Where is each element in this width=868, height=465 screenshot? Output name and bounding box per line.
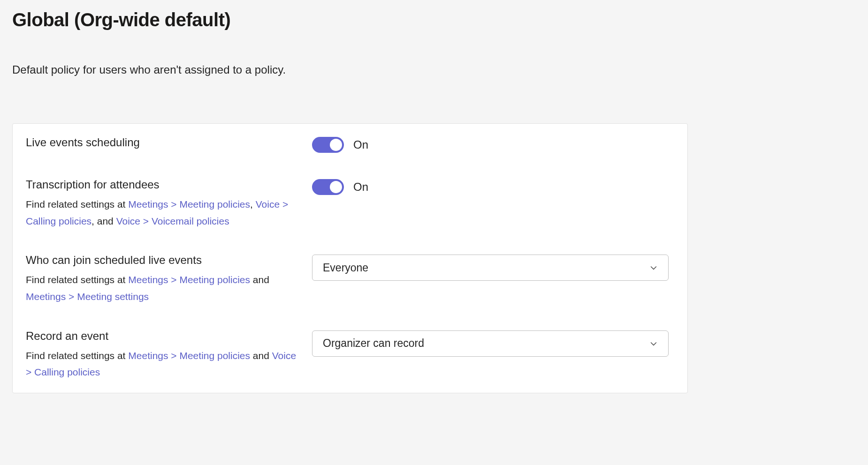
help-text: and [250,350,272,361]
setting-row-transcription: Transcription for attendees Find related… [26,166,674,241]
toggle-track[interactable] [312,179,344,195]
setting-title-record-event: Record an event [26,330,298,343]
toggle-transcription[interactable]: On [312,179,368,195]
help-text: Find related settings at [26,350,128,361]
help-text: , [250,199,256,210]
link-meetings-meeting-policies[interactable]: Meetings > Meeting policies [128,350,250,361]
link-voice-voicemail-policies[interactable]: Voice > Voicemail policies [116,216,229,226]
chevron-down-icon [648,338,659,349]
setting-help-transcription: Find related settings at Meetings > Meet… [26,196,298,229]
setting-row-live-events-scheduling: Live events scheduling On [26,124,674,166]
select-record-event[interactable]: Organizer can record [312,330,669,357]
setting-help-record-event: Find related settings at Meetings > Meet… [26,347,298,381]
link-meetings-meeting-settings[interactable]: Meetings > Meeting settings [26,291,149,302]
link-meetings-meeting-policies[interactable]: Meetings > Meeting policies [128,199,250,210]
setting-row-who-can-join: Who can join scheduled live events Find … [26,241,674,317]
page-description: Default policy for users who aren't assi… [12,63,856,76]
setting-row-record-event: Record an event Find related settings at… [26,317,674,393]
select-value: Everyone [323,262,368,274]
toggle-state-label: On [353,180,368,194]
setting-title-live-events-scheduling: Live events scheduling [26,136,298,149]
toggle-live-events-scheduling[interactable]: On [312,137,368,153]
link-meetings-meeting-policies[interactable]: Meetings > Meeting policies [128,274,250,285]
help-text: and [250,274,269,285]
toggle-thumb [330,181,342,193]
select-who-can-join[interactable]: Everyone [312,255,669,281]
setting-help-who-can-join: Find related settings at Meetings > Meet… [26,271,298,305]
settings-card: Live events scheduling On Transcription … [12,123,688,393]
toggle-state-label: On [353,138,368,151]
setting-title-who-can-join: Who can join scheduled live events [26,254,298,267]
toggle-thumb [330,139,342,151]
chevron-down-icon [648,262,659,273]
help-text: , and [91,216,116,226]
toggle-track[interactable] [312,137,344,153]
help-text: Find related settings at [26,274,128,285]
setting-title-transcription: Transcription for attendees [26,178,298,191]
help-text: Find related settings at [26,199,128,210]
page-title: Global (Org-wide default) [12,9,856,30]
select-value: Organizer can record [323,337,424,350]
